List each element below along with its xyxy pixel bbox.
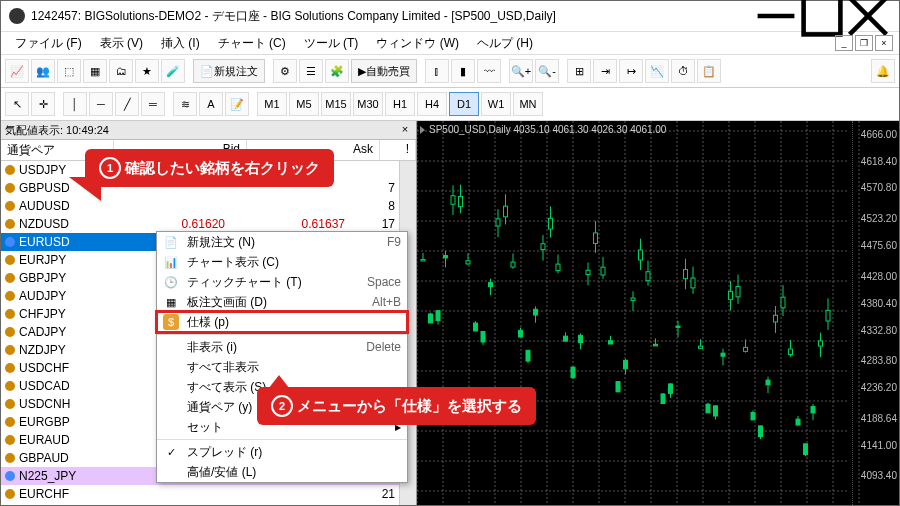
menu-item[interactable]: 📊チャート表示 (C): [157, 252, 407, 272]
menu-item[interactable]: 📄新規注文 (N)F9: [157, 232, 407, 252]
chart-menu-icon[interactable]: [420, 126, 425, 134]
tool-icon[interactable]: ⊞: [567, 59, 591, 83]
svg-rect-55: [489, 283, 493, 287]
shift-icon[interactable]: ↦: [619, 59, 643, 83]
vline-icon[interactable]: │: [63, 92, 87, 116]
crosshair-icon[interactable]: ✛: [31, 92, 55, 116]
svg-rect-43: [444, 256, 448, 258]
label-icon[interactable]: 📝: [225, 92, 249, 116]
timeframe-MN[interactable]: MN: [513, 92, 543, 116]
zoom-out-icon[interactable]: 🔍-: [535, 59, 559, 83]
menu-chart[interactable]: チャート (C): [210, 33, 294, 54]
symbol-dot-icon: [5, 183, 15, 193]
tool-icon[interactable]: ⚙: [273, 59, 297, 83]
channel-icon[interactable]: ═: [141, 92, 165, 116]
svg-rect-67: [534, 309, 538, 315]
indicator-icon[interactable]: 📉: [645, 59, 669, 83]
menu-item-label: 高値/安値 (L): [187, 464, 393, 481]
menu-file[interactable]: ファイル (F): [7, 33, 90, 54]
tool-icon[interactable]: 👥: [31, 59, 55, 83]
y-axis-label: 4428.00: [861, 271, 897, 282]
trendline-icon[interactable]: ╱: [115, 92, 139, 116]
tool-icon[interactable]: ☰: [299, 59, 323, 83]
menu-item[interactable]: ✓スプレッド (r): [157, 442, 407, 462]
col-spread[interactable]: !: [380, 140, 416, 160]
menu-item[interactable]: すべて非表示: [157, 357, 407, 377]
period-icon[interactable]: ⏱: [671, 59, 695, 83]
chart[interactable]: SP500_USD,Daily 4035.10 4061.30 4026.30 …: [417, 121, 899, 505]
y-axis-label: 4380.40: [861, 298, 897, 309]
menu-item[interactable]: 高値/安値 (L): [157, 462, 407, 482]
tool-icon[interactable]: 🧪: [161, 59, 185, 83]
bar-chart-icon[interactable]: ⫿: [425, 59, 449, 83]
mdi-minimize-icon[interactable]: _: [835, 35, 853, 51]
svg-rect-117: [721, 353, 725, 356]
menu-item[interactable]: 🕒ティックチャート (T)Space: [157, 272, 407, 292]
text-icon[interactable]: A: [199, 92, 223, 116]
svg-rect-113: [706, 404, 710, 413]
maximize-button[interactable]: [799, 1, 845, 31]
symbol-dot-icon: [5, 435, 15, 445]
timeframe-M1[interactable]: M1: [257, 92, 287, 116]
menu-insert[interactable]: 挿入 (I): [153, 33, 208, 54]
auto-trade-button[interactable]: ▶ 自動売買: [351, 59, 417, 83]
timeframe-M15[interactable]: M15: [321, 92, 351, 116]
timeframe-D1[interactable]: D1: [449, 92, 479, 116]
alert-icon[interactable]: 🔔: [871, 59, 895, 83]
mdi-restore-icon[interactable]: ❐: [855, 35, 873, 51]
tool-icon[interactable]: 🧩: [325, 59, 349, 83]
menu-window[interactable]: ウィンドウ (W): [368, 33, 467, 54]
svg-rect-53: [481, 331, 485, 341]
app-icon: [9, 8, 25, 24]
minimize-button[interactable]: [753, 1, 799, 31]
symbol-row[interactable]: AUDUSD8: [1, 197, 399, 215]
hline-icon[interactable]: ─: [89, 92, 113, 116]
timeframe-H1[interactable]: H1: [385, 92, 415, 116]
scroll-icon[interactable]: ⇥: [593, 59, 617, 83]
svg-rect-97: [646, 272, 650, 281]
cursor-icon[interactable]: ↖: [5, 92, 29, 116]
new-order-label: 新規注文: [214, 64, 258, 79]
timeframe-W1[interactable]: W1: [481, 92, 511, 116]
y-axis-label: 4666.00: [861, 129, 897, 140]
menu-item-icon: [163, 419, 179, 435]
mdi-close-icon[interactable]: ×: [875, 35, 893, 51]
menu-item-icon: 📊: [163, 254, 179, 270]
menu-item[interactable]: 非表示 (i)Delete: [157, 337, 407, 357]
tool-icon[interactable]: 🗂: [109, 59, 133, 83]
symbol-name: AUDUSD: [19, 199, 105, 213]
menu-item[interactable]: $仕様 (p): [157, 312, 407, 332]
fibo-icon[interactable]: ≋: [173, 92, 197, 116]
svg-rect-127: [759, 426, 763, 437]
menu-view[interactable]: 表示 (V): [92, 33, 151, 54]
chart-canvas[interactable]: [417, 121, 899, 505]
symbol-dot-icon: [5, 489, 15, 499]
menu-tools[interactable]: ツール (T): [296, 33, 367, 54]
symbol-row[interactable]: EURCHF21: [1, 485, 399, 503]
tool-icon[interactable]: ⬚: [57, 59, 81, 83]
tool-icon[interactable]: 📈: [5, 59, 29, 83]
svg-rect-119: [729, 291, 733, 299]
timeframe-M5[interactable]: M5: [289, 92, 319, 116]
y-axis-label: 4283.80: [861, 355, 897, 366]
panel-close-icon[interactable]: ×: [398, 123, 412, 137]
symbol-dot-icon: [5, 363, 15, 373]
svg-rect-83: [594, 233, 598, 243]
timeframe-M30[interactable]: M30: [353, 92, 383, 116]
line-chart-icon[interactable]: 〰: [477, 59, 501, 83]
symbol-name: USDCHF: [19, 361, 105, 375]
close-button[interactable]: [845, 1, 891, 31]
tool-icon[interactable]: ▦: [83, 59, 107, 83]
menu-item[interactable]: ▦板注文画面 (D)Alt+B: [157, 292, 407, 312]
new-order-button[interactable]: 📄 新規注文: [193, 59, 265, 83]
template-icon[interactable]: 📋: [697, 59, 721, 83]
timeframe-H4[interactable]: H4: [417, 92, 447, 116]
svg-rect-75: [564, 336, 568, 341]
svg-rect-99: [654, 344, 658, 346]
tool-icon[interactable]: ★: [135, 59, 159, 83]
menu-help[interactable]: ヘルプ (H): [469, 33, 541, 54]
zoom-in-icon[interactable]: 🔍+: [509, 59, 533, 83]
candle-chart-icon[interactable]: ▮: [451, 59, 475, 83]
symbol-name: USDCAD: [19, 379, 105, 393]
y-axis-label: 4188.64: [861, 413, 897, 424]
